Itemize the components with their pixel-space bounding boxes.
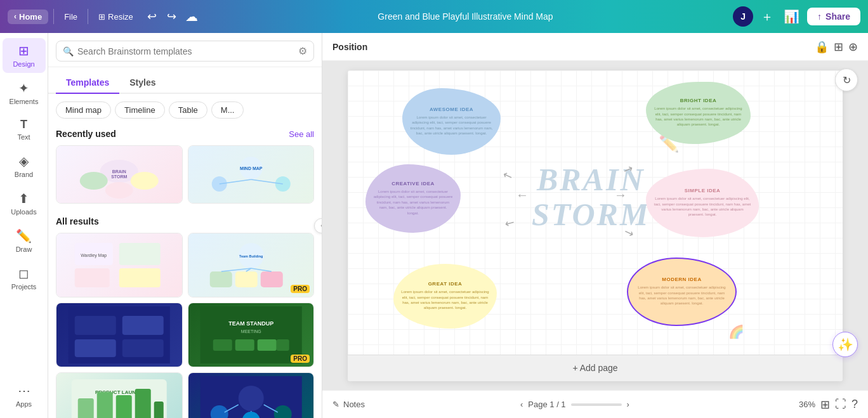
canva-assist-button[interactable]: ✨	[832, 332, 858, 357]
template-card-3[interactable]	[56, 303, 183, 367]
lock-icon[interactable]: 🔒	[815, 40, 829, 54]
add-icon[interactable]: ⊕	[848, 40, 858, 54]
cloud-creative-text: Lorem ipsum dolor sit amet, consectetuer…	[373, 189, 453, 216]
brain-line2: STORM	[532, 197, 650, 232]
topbar-divider2	[88, 9, 88, 24]
svg-point-45	[238, 386, 263, 411]
svg-text:MIND MAP: MIND MAP	[240, 166, 263, 171]
svg-rect-34	[235, 339, 254, 351]
svg-rect-20	[260, 271, 282, 287]
page-prev-icon[interactable]: ‹	[520, 400, 523, 409]
document-title: Green and Blue Playful Illustrative Mind…	[203, 11, 728, 22]
sidebar-item-elements[interactable]: ✦ Elements	[3, 75, 46, 110]
notes-button[interactable]: ✎ Notes	[332, 400, 365, 409]
undo-button[interactable]: ↩	[143, 8, 161, 25]
tab-templates[interactable]: Templates	[56, 72, 119, 94]
home-button[interactable]: ‹ Home	[8, 10, 48, 24]
chip-table[interactable]: Table	[169, 101, 207, 119]
design-icon: ⊞	[18, 43, 29, 58]
svg-rect-29	[122, 339, 164, 357]
svg-text:BRAIN: BRAIN	[112, 169, 126, 174]
help-icon[interactable]: ?	[852, 398, 858, 411]
sidebar-label-elements: Elements	[10, 98, 39, 105]
undo-redo-group: ↩ ↪	[143, 8, 180, 25]
sidebar-item-text[interactable]: T Text	[3, 113, 46, 146]
text-icon: T	[20, 118, 27, 131]
sidebar-item-apps[interactable]: ⋯ Apps	[3, 378, 46, 413]
svg-rect-15	[119, 268, 161, 287]
svg-rect-30	[200, 306, 301, 363]
search-input[interactable]	[77, 46, 294, 56]
brand-icon: ◈	[19, 153, 29, 169]
arrow-right: →	[614, 188, 627, 202]
page-next-icon[interactable]: ›	[627, 400, 629, 409]
template-card-recent-2[interactable]: MIND MAP	[188, 145, 315, 204]
chip-timeline[interactable]: Timeline	[115, 101, 165, 119]
draw-icon: ✏️	[16, 228, 32, 244]
zoom-level: 36%	[785, 400, 815, 409]
share-button[interactable]: ↑ Share	[807, 8, 860, 25]
add-page-button[interactable]: + Add page	[348, 355, 843, 381]
svg-rect-19	[235, 271, 257, 287]
cloud-bright[interactable]: BRIGHT IDEA Lorem ipsum dolor sit amet, …	[646, 82, 751, 144]
cloud-simple[interactable]: SIMPLE IDEA Lorem ipsum dolor sit amet, …	[646, 169, 759, 237]
template-card-1[interactable]: Wardley Map	[56, 233, 183, 297]
svg-text:Wardley Map: Wardley Map	[81, 253, 107, 258]
sidebar-item-brand[interactable]: ◈ Brand	[3, 148, 46, 183]
sidebar-item-design[interactable]: ⊞ Design	[3, 38, 46, 73]
sidebar: ⊞ Design ✦ Elements T Text ◈ Brand ⬆ Upl…	[0, 33, 48, 418]
resize-button[interactable]: ⊞ Resize	[93, 10, 138, 24]
bottom-bar: ✎ Notes ‹ Page 1 / 1 › 36% ⊞ ⛶ ?	[322, 390, 868, 418]
see-all-button[interactable]: See all	[289, 129, 314, 139]
refresh-button[interactable]: ↻	[835, 69, 858, 91]
sidebar-item-draw[interactable]: ✏️ Draw	[3, 223, 46, 258]
template-card-2[interactable]: Team Building PRO	[188, 233, 315, 297]
elements-icon: ✦	[18, 81, 29, 96]
analytics-button[interactable]: 📊	[781, 6, 802, 27]
cloud-great[interactable]: GREAT IDEA Lorem ipsum dolor sit amet, c…	[393, 264, 497, 329]
svg-point-2	[131, 172, 159, 190]
cloud-bright-title: BRIGHT IDEA	[680, 98, 717, 103]
sidebar-label-draw: Draw	[16, 245, 32, 253]
panel-tabs: Templates Styles	[48, 67, 322, 94]
sidebar-item-uploads[interactable]: ⬆ Uploads	[3, 186, 46, 221]
recently-used-header: Recently used See all	[56, 129, 314, 139]
chip-more[interactable]: M...	[211, 101, 244, 119]
template-card-5[interactable]: PRODUCT LAUNCH	[56, 372, 183, 418]
position-label: Position	[332, 42, 367, 52]
redo-button[interactable]: ↪	[163, 8, 180, 25]
sidebar-item-projects[interactable]: ◻ Projects	[3, 261, 46, 296]
filter-icon[interactable]: ⚙	[298, 45, 307, 57]
sidebar-label-brand: Brand	[15, 171, 33, 178]
svg-rect-27	[122, 316, 164, 335]
search-icon: 🔍	[63, 46, 74, 56]
template-card-4[interactable]: TEAM STANDUP MEETING PRO	[188, 303, 315, 367]
chip-mindmap[interactable]: Mind map	[56, 101, 111, 119]
svg-text:Team Building: Team Building	[239, 254, 263, 258]
svg-point-3	[105, 182, 133, 199]
arrow-left: ←	[516, 188, 529, 202]
uploads-icon: ⬆	[18, 191, 29, 206]
apps-icon: ⋯	[18, 383, 30, 398]
grid-icon[interactable]: ⊞	[834, 40, 843, 54]
share-label: Share	[825, 11, 850, 22]
svg-rect-26	[75, 316, 116, 335]
tab-styles[interactable]: Styles	[119, 72, 166, 94]
template-thumbnail-1: BRAIN STORM	[56, 146, 182, 203]
template-card-6[interactable]: PRO	[188, 372, 315, 418]
fullscreen-icon[interactable]: ⛶	[835, 398, 846, 411]
template-thumb-2: Team Building PRO	[188, 233, 314, 297]
template-card-recent-1[interactable]: BRAIN STORM	[56, 145, 183, 204]
pro-badge-2: PRO	[291, 285, 310, 293]
grid-view-icon[interactable]: ⊞	[820, 398, 830, 412]
cloud-great-text: Lorem ipsum dolor sit amet, consectetuer…	[401, 289, 489, 311]
page-slider[interactable]	[571, 403, 622, 406]
resize-icon: ⊞	[98, 12, 105, 22]
cloud-save-icon[interactable]: ☁	[185, 9, 198, 24]
add-collaborator-button[interactable]: ＋	[758, 6, 776, 28]
user-avatar[interactable]: J	[733, 6, 753, 27]
notes-icon: ✎	[332, 400, 339, 409]
all-results-grid: Wardley Map Tea	[56, 233, 314, 418]
canvas[interactable]: 💡 ✏️ ✦ 🌈 🌸 🐝 📏 ✦ ✦ ✦ BRAIN STORM ← → ↙	[348, 70, 843, 381]
file-button[interactable]: File	[59, 10, 82, 24]
